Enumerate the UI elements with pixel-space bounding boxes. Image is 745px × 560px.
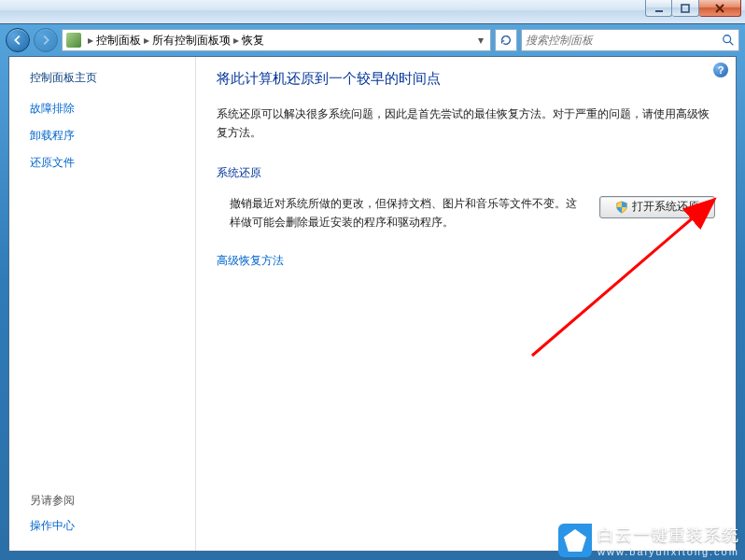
page-title: 将此计算机还原到一个较早的时间点 [217,70,715,88]
page-description: 系统还原可以解决很多系统问题，因此是首先尝试的最佳恢复方法。对于严重的问题，请使… [217,105,715,143]
forward-button[interactable] [34,28,58,52]
close-button[interactable] [699,0,741,17]
watermark: 白云一键重装系统 www.baiyunxitong.com [558,521,745,560]
close-icon [715,4,724,13]
svg-line-4 [532,216,696,356]
breadcrumb-separator: ▸ [231,34,242,47]
refresh-button[interactable] [495,29,517,51]
maximize-button[interactable] [672,0,699,17]
content-area: ? 将此计算机还原到一个较早的时间点 系统还原可以解决很多系统问题，因此是首先尝… [196,57,736,551]
search-icon [722,34,735,47]
refresh-icon [499,34,513,47]
maximize-icon [681,4,690,13]
sidebar-link-action-center[interactable]: 操作中心 [30,519,75,532]
see-also-heading: 另请参阅 [30,493,195,509]
watermark-logo-icon [558,524,592,557]
breadcrumb-item[interactable]: 恢复 [242,33,264,49]
minimize-icon [654,4,664,13]
watermark-title: 白云一键重装系统 [597,524,739,546]
back-arrow-icon [11,34,24,47]
section-heading: 系统还原 [217,165,715,181]
window-buttons [645,0,741,17]
breadcrumb-item[interactable]: 所有控制面板项 [152,33,231,49]
address-bar[interactable]: ▸ 控制面板 ▸ 所有控制面板项 ▸ 恢复 ▾ [62,29,491,51]
svg-rect-0 [655,10,663,12]
sidebar-heading[interactable]: 控制面板主页 [30,70,195,86]
minimize-button[interactable] [645,0,672,17]
address-dropdown[interactable]: ▾ [473,34,488,47]
title-bar [0,0,745,24]
navigation-bar: ▸ 控制面板 ▸ 所有控制面板项 ▸ 恢复 ▾ 搜索控制面板 [0,24,745,56]
window-content: 控制面板主页 故障排除 卸载程序 还原文件 另请参阅 操作中心 ? 将此计算机还… [8,56,737,552]
svg-rect-1 [682,5,689,12]
system-restore-row: 撤销最近对系统所做的更改，但保持文档、图片和音乐等文件不变。这样做可能会删除最近… [217,194,715,232]
search-placeholder: 搜索控制面板 [526,33,722,49]
control-panel-icon [66,33,81,48]
open-system-restore-button[interactable]: 打开系统还原 [599,196,715,218]
svg-point-2 [724,35,731,43]
sidebar-link-uninstall[interactable]: 卸载程序 [30,128,195,144]
breadcrumb-separator: ▸ [85,34,96,47]
restore-description: 撤销最近对系统所做的更改，但保持文档、图片和音乐等文件不变。这样做可能会删除最近… [217,194,584,232]
sidebar: 控制面板主页 故障排除 卸载程序 还原文件 另请参阅 操作中心 [9,57,196,551]
back-button[interactable] [6,28,30,52]
restore-button-label: 打开系统还原 [632,199,699,215]
uac-shield-icon [615,201,628,214]
sidebar-link-restore-files[interactable]: 还原文件 [30,155,195,171]
help-icon[interactable]: ? [713,63,728,77]
breadcrumb-item[interactable]: 控制面板 [96,33,141,49]
search-box[interactable]: 搜索控制面板 [521,29,739,51]
breadcrumb-separator: ▸ [141,34,152,47]
forward-arrow-icon [39,34,52,47]
watermark-subtitle: www.baiyunxitong.com [597,546,739,557]
sidebar-footer: 另请参阅 操作中心 [30,493,195,541]
advanced-recovery-link[interactable]: 高级恢复方法 [217,253,284,269]
svg-line-3 [730,42,734,46]
sidebar-link-troubleshoot[interactable]: 故障排除 [30,101,195,117]
